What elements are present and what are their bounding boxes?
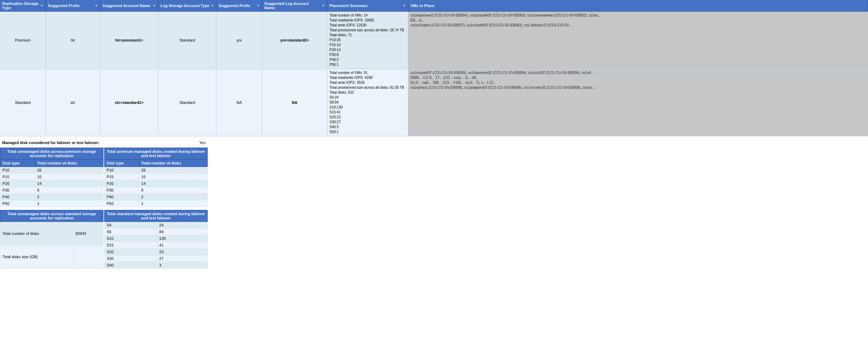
filter-icon-account[interactable]: ▼ [153,4,156,7]
list-item: S2023 [105,249,208,255]
header-log-prefix[interactable]: Suggested Prefix ▼ [216,0,262,11]
list-item: P308 [0,187,103,194]
header-suggested-account-label: Suggested Account Name [102,4,150,8]
cell-prefix-standard: xtc [46,69,100,136]
cell-log-type-standard: Standard [158,69,216,136]
header-vms-label: VMs to Place [410,4,434,8]
header-log-account-label: Suggested Log Account Name [264,1,320,10]
premium-managed-table: Total premium managed disks created duri… [104,148,208,207]
list-item: S10130 [105,235,208,242]
header-vms[interactable]: VMs to Place [408,0,868,11]
list-item: S1541 [105,242,208,249]
cell-log-account-standard: NA [262,69,327,136]
filter-icon-replication[interactable]: ▼ [40,4,43,7]
summary-section: Managed disk considered for failover or … [0,139,208,269]
header-replication-label: Replication Storage Type [2,1,39,10]
header-log-storage[interactable]: Log Storage Account Type ▼ [158,0,216,11]
filter-icon-log-storage[interactable]: ▼ [211,4,214,7]
header-log-storage-label: Log Storage Account Type [161,4,209,8]
col-disk-type-h2: Disk type [105,160,139,167]
list-item: P1026 [105,167,208,174]
list-item: P2014 [0,180,103,187]
list-item: P308 [105,187,208,194]
list-item: P402 [0,194,103,200]
standard-unmanaged-table: Total unmanaged disks across standard st… [0,210,103,269]
premium-managed-title: Total premium managed disks created duri… [105,148,208,160]
managed-disk-row: Managed disk considered for failover or … [0,139,208,146]
placement-summary-standard: Total number of VMs: 91 Total read/write… [327,69,408,136]
spreadsheet-container: Replication Storage Type ▼ Suggested Pre… [0,0,868,136]
vms-standard: co1ocitywh07 (CO1-CU-SV-EB004), co1olaon… [408,69,868,136]
header-suggested-prefix[interactable]: Suggested Prefix ▼ [46,0,100,11]
list-item: P1510 [0,174,103,180]
list-item: P1026 [0,167,103,174]
header-placement[interactable]: Placement Summary ▼ [327,0,408,11]
premium-summary-tables: Total unmanaged disks across premium sto… [0,148,208,207]
cell-log-account-premium: yni<standard2> [262,12,327,69]
header-replication[interactable]: Replication Storage Type ▼ [0,0,46,11]
header-row: Replication Storage Type ▼ Suggested Pre… [0,0,868,12]
filter-icon-log-account[interactable]: ▼ [322,4,325,7]
premium-unmanaged-title: Total unmanaged disks across premium sto… [0,148,103,160]
standard-unmanaged-title: Total unmanaged disks across standard st… [0,210,103,222]
list-item: Total disks size (GB) [0,245,103,269]
cell-account-standard: xtc<standard1> [100,69,158,136]
cell-log-type-premium: Standard [158,12,216,69]
table-row-standard: Standard xtc xtc<standard1> Standard NA … [0,69,868,136]
premium-unmanaged-table: Total unmanaged disks across premium sto… [0,148,103,207]
vms-premium: co1masicwvd1 (CO1-CU-SV-EB004), co1acitu… [408,12,868,69]
list-item: P402 [105,194,208,200]
list-item: S403 [105,262,208,269]
standard-managed-table: Total standard managed disks created dur… [104,210,208,269]
list-item: S424 [105,222,208,229]
filter-icon-prefix[interactable]: ▼ [95,4,98,7]
list-item: S3027 [105,255,208,262]
col-total-disks-h2: Total number of disks [139,160,208,167]
header-placement-label: Placement Summary [329,4,367,8]
cell-replication-standard: Standard [0,69,46,136]
table-row-premium: Premium hlr hlr<premium1> Standard yni y… [0,12,868,69]
list-item: S684 [105,229,208,235]
header-log-account[interactable]: Suggested Log Account Name ▼ [262,0,327,11]
standard-managed-title: Total standard managed disks created dur… [105,210,208,222]
list-item: P1510 [105,174,208,180]
cell-account-premium: hlr<premium1> [100,12,158,69]
col-disk-type-h: Disk type [0,160,35,167]
placement-summary-premium: Total number of VMs: 14 Total read/write… [327,12,408,69]
list-item: P501 [0,200,103,207]
header-log-prefix-label: Suggested Prefix [219,4,250,8]
cell-prefix-premium: hlr [46,12,100,69]
list-item: P501 [105,200,208,207]
filter-icon-placement[interactable]: ▼ [403,4,406,7]
filter-icon-log-prefix[interactable]: ▼ [257,4,260,7]
managed-disk-value: Yes [199,141,206,145]
standard-summary-tables: Total unmanaged disks across standard st… [0,210,208,269]
header-suggested-prefix-label: Suggested Prefix [48,4,80,8]
cell-log-prefix-premium: yni [216,12,262,69]
list-item: P2014 [105,180,208,187]
cell-log-prefix-standard: NA [216,69,262,136]
header-suggested-account[interactable]: Suggested Account Name ▼ [100,0,158,11]
managed-disk-label: Managed disk considered for failover or … [2,141,192,145]
col-total-disks-h: Total number of disks [35,160,103,167]
list-item: Total number of disks82943 [0,222,103,245]
cell-replication-premium: Premium [0,12,46,69]
